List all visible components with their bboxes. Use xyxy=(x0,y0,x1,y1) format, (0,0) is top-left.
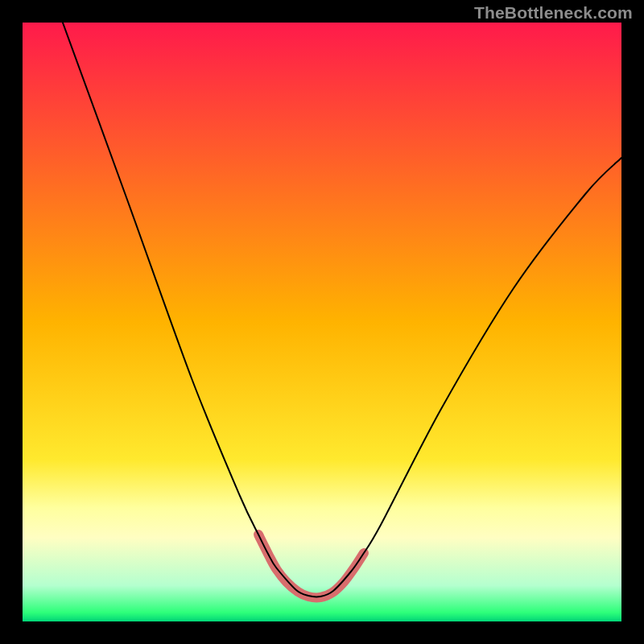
bottleneck-chart xyxy=(23,23,621,621)
watermark-text: TheBottleneck.com xyxy=(474,3,633,23)
chart-background xyxy=(23,23,621,621)
chart-svg xyxy=(23,23,621,621)
chart-outer-frame: TheBottleneck.com xyxy=(0,0,644,644)
